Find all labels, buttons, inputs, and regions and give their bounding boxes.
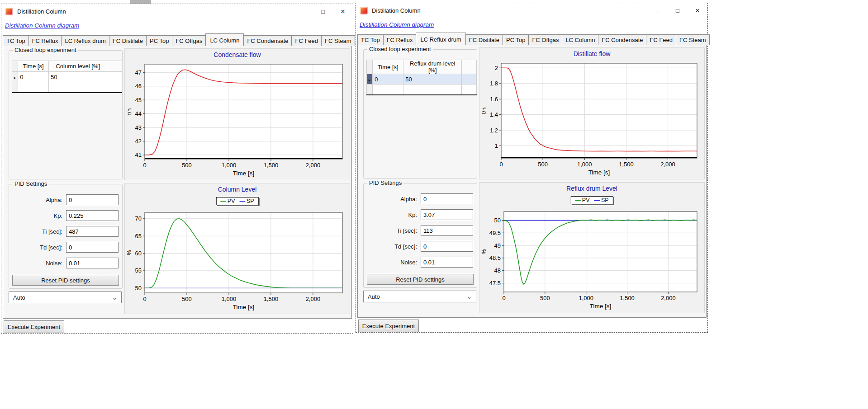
tab-pc-top[interactable]: PC Top [146, 35, 172, 46]
legend-label-pv: PV [582, 197, 590, 203]
svg-text:0: 0 [143, 296, 146, 302]
tab-strip: TC Top FC Reflux LC Reflux drum FC Disti… [357, 30, 706, 45]
window-lc-reflux-drum: Distillation Column – □ ✕ Distillation C… [356, 3, 708, 333]
row-header-cell[interactable] [367, 85, 373, 95]
cell-time[interactable]: 0 [373, 74, 403, 85]
cell-time[interactable]: 0 [18, 72, 49, 82]
titlebar[interactable]: Distillation Column – □ ✕ [1, 4, 353, 19]
maximize-button[interactable]: □ [668, 3, 688, 18]
row-header-cell[interactable]: ▸ [367, 74, 373, 85]
svg-text:55: 55 [135, 267, 142, 274]
reset-pid-button[interactable]: Reset PID settings [367, 274, 474, 285]
tab-lc-reflux-drum[interactable]: LC Reflux drum [416, 33, 465, 45]
svg-text:50: 50 [494, 217, 501, 224]
td-input[interactable] [421, 241, 473, 252]
tab-page-lc-column: Closed loop experiment Time [s] Column l… [3, 45, 352, 319]
tab-tc-top[interactable]: TC Top [3, 35, 29, 46]
svg-text:65: 65 [135, 233, 142, 240]
table-corner-cell[interactable] [367, 60, 373, 74]
tab-fc-reflux[interactable]: FC Reflux [28, 35, 62, 46]
svg-text:44: 44 [135, 110, 142, 117]
tab-lc-column[interactable]: LC Column [205, 33, 244, 46]
cell-time-empty[interactable] [18, 82, 49, 93]
td-input[interactable] [66, 242, 119, 253]
pid-row-ti: Ti [sec]: [364, 225, 473, 236]
svg-text:48.5: 48.5 [489, 254, 501, 261]
svg-text:%: % [480, 249, 487, 254]
chart-plot-area: 05001,0001,5002,00041424344454647t/hTime… [126, 60, 349, 179]
row-header-cell[interactable] [12, 82, 18, 93]
noise-input[interactable] [66, 258, 119, 268]
tab-lc-column[interactable]: LC Column [562, 34, 598, 45]
svg-text:Time [s]: Time [s] [590, 303, 612, 310]
tab-fc-offgas[interactable]: FC Offgas [528, 34, 562, 45]
tab-fc-reflux[interactable]: FC Reflux [383, 34, 417, 45]
minimize-button[interactable]: – [293, 4, 313, 19]
close-button[interactable]: ✕ [333, 4, 353, 19]
tab-fc-distilate[interactable]: FC Distilate [109, 35, 147, 46]
svg-text:49: 49 [494, 242, 501, 249]
alpha-input[interactable] [66, 194, 119, 205]
ti-input[interactable] [421, 225, 473, 236]
tab-fc-offgas[interactable]: FC Offgas [172, 35, 206, 46]
cell-time-empty[interactable] [373, 85, 403, 95]
table-header-level[interactable]: Reflux drum level [%] [403, 60, 462, 74]
cell-level[interactable]: 50 [403, 74, 462, 85]
pid-row-noise: Noise: [364, 257, 473, 268]
chevron-down-icon: ⌄ [112, 294, 117, 301]
table-corner-cell[interactable] [12, 61, 18, 72]
tab-fc-distilate[interactable]: FC Distilate [465, 34, 503, 45]
mode-dropdown[interactable]: Auto ⌄ [363, 291, 476, 302]
svg-text:1.4: 1.4 [490, 111, 498, 118]
table-row-empty [12, 82, 122, 93]
svg-text:Time [s]: Time [s] [588, 169, 610, 176]
svg-text:43: 43 [135, 124, 142, 131]
reset-pid-button[interactable]: Reset PID settings [12, 275, 119, 286]
ti-input[interactable] [66, 226, 119, 237]
pv-line-icon: — [220, 198, 226, 204]
group-label: Closed loop experiment [367, 46, 433, 52]
tab-fc-condensate[interactable]: FC Condensate [598, 34, 646, 45]
pid-row-noise: Noise: [9, 258, 119, 268]
cell-filler [462, 85, 477, 95]
svg-text:1,500: 1,500 [619, 161, 634, 168]
tab-fc-feed[interactable]: FC Feed [646, 34, 676, 45]
tab-fc-steam[interactable]: FC Steam [321, 35, 355, 46]
cell-level[interactable]: 50 [49, 72, 107, 82]
tab-fc-feed[interactable]: FC Feed [291, 35, 322, 46]
pid-row-alpha: Alpha: [364, 193, 473, 204]
table-header-time[interactable]: Time [s] [373, 60, 403, 74]
maximize-button[interactable]: □ [313, 4, 333, 19]
tab-tc-top[interactable]: TC Top [357, 34, 384, 45]
tab-lc-reflux-drum[interactable]: LC Reflux drum [61, 35, 109, 46]
tab-pc-top[interactable]: PC Top [503, 34, 529, 45]
chevron-down-icon: ⌄ [467, 293, 472, 300]
chart-column-level: Column Level —PV —SP 05001,0001,5002,000… [124, 183, 350, 314]
table-header-time[interactable]: Time [s] [18, 61, 49, 72]
group-label: Closed loop experiment [13, 47, 78, 53]
tab-fc-condensate[interactable]: FC Condensate [243, 35, 292, 46]
kp-input[interactable] [421, 209, 473, 220]
window-lc-column: Distillation Column – □ ✕ Distillation C… [1, 4, 353, 334]
alpha-input[interactable] [421, 193, 473, 204]
row-header-cell[interactable]: ▸ [12, 72, 18, 82]
minimize-button[interactable]: – [648, 3, 668, 18]
diagram-link[interactable]: Distillation Column diagram [5, 22, 79, 29]
execute-experiment-button[interactable]: Execute Experiment [358, 320, 419, 332]
sp-line-icon: — [240, 198, 246, 204]
close-button[interactable]: ✕ [688, 3, 707, 18]
noise-input[interactable] [421, 257, 473, 268]
diagram-link[interactable]: Distillation Column diagram [360, 21, 434, 28]
chart-title: Condensate flow [125, 51, 350, 59]
cell-level-empty[interactable] [403, 85, 462, 95]
svg-text:1,000: 1,000 [577, 161, 592, 168]
mode-dropdown[interactable]: Auto ⌄ [9, 291, 122, 303]
table-header-level[interactable]: Column level [%] [49, 61, 107, 72]
tab-fc-steam[interactable]: FC Steam [676, 34, 710, 45]
execute-experiment-button[interactable]: Execute Experiment [4, 320, 64, 333]
chart-plot-area: 05001,0001,5002,0005055606570%Time [s] [126, 194, 349, 313]
titlebar[interactable]: Distillation Column – □ ✕ [356, 3, 707, 18]
group-label: PID Settings [13, 180, 49, 187]
cell-level-empty[interactable] [49, 82, 107, 93]
kp-input[interactable] [66, 210, 119, 221]
